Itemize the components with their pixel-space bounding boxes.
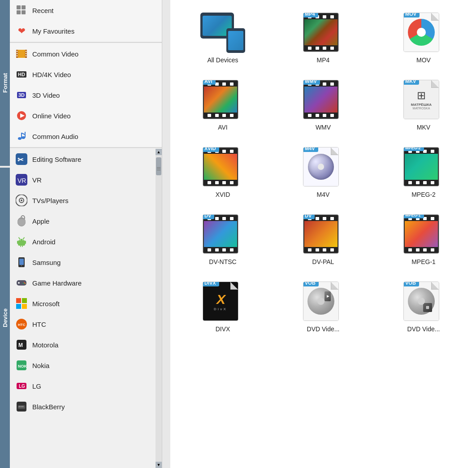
svg-point-42 <box>21 265 22 266</box>
dvd2-badge: VOB <box>403 282 419 286</box>
sidebar-label-android: Android <box>32 238 56 246</box>
film-strip-avi-bottom <box>204 113 237 118</box>
scroll-thumb[interactable] <box>156 157 161 175</box>
svg-rect-10 <box>26 51 26 52</box>
film-content <box>304 19 338 45</box>
format-all-devices[interactable]: All Devices <box>175 9 271 67</box>
format-avi[interactable]: AVI AVI <box>175 76 271 134</box>
sidebar-item-3d-video[interactable]: 3D 3D Video <box>10 85 162 105</box>
sidebar-item-game-hardware[interactable]: Game Hardware <box>10 273 156 293</box>
m4v-badge: M4V <box>303 147 318 152</box>
sidebar-item-android[interactable]: Android <box>10 231 156 252</box>
sidebar-item-tvs[interactable]: TVs/Players <box>10 190 156 211</box>
dv-pal-icon: DV <box>303 214 343 255</box>
sidebar-item-apple[interactable]: Apple <box>10 211 156 231</box>
mp4-thumb <box>303 13 338 52</box>
mpeg1-badge: MPEG-1 <box>403 214 424 218</box>
film-content-xvid <box>204 154 237 180</box>
format-m4v[interactable]: M4V M4V <box>275 143 371 202</box>
svg-rect-3 <box>22 10 26 14</box>
sidebar-label-common-audio: Common Audio <box>32 133 78 140</box>
format-xvid[interactable]: XVID XVID <box>175 143 271 202</box>
svg-point-46 <box>24 282 25 283</box>
format-label-xvid: XVID <box>216 191 230 198</box>
sidebar-item-vr[interactable]: VR VR <box>10 169 156 190</box>
film-content-mpeg1 <box>405 221 438 247</box>
format-label-m4v: M4V <box>317 191 330 198</box>
format-divx[interactable]: DIVX X DivX DIVX <box>175 278 271 336</box>
tabs-column: Format Device <box>0 0 10 468</box>
svg-rect-49 <box>16 298 21 303</box>
sidebar-item-htc[interactable]: HTC HTC <box>10 314 156 334</box>
format-mkv[interactable]: MKV ⊞ МАТРЁШКА MATROSKA MKV <box>376 76 472 134</box>
format-dv-pal[interactable]: DV DV-PAL <box>275 211 371 269</box>
svg-rect-39 <box>22 246 23 247</box>
sidebar-item-microsoft[interactable]: Microsoft <box>10 293 156 314</box>
svg-point-63 <box>19 406 20 407</box>
htc-icon: HTC <box>15 318 28 330</box>
sidebar-item-common-audio[interactable]: Common Audio <box>10 126 162 147</box>
avi-icon: AVI <box>203 80 243 120</box>
svg-rect-1 <box>22 5 26 9</box>
scroll-up-button[interactable]: ▲ <box>156 149 162 155</box>
sidebar-item-hd-video[interactable]: HD HD/4K Video <box>10 64 162 85</box>
format-label-wmv: WMV <box>316 124 331 131</box>
mpeg2-page: MPEG-2 <box>403 147 439 186</box>
nokia-icon: NOK <box>15 359 28 372</box>
sidebar-item-samsung[interactable]: Samsung <box>10 252 156 273</box>
divx-text: DivX <box>214 307 227 311</box>
lg-icon: LG <box>15 380 28 392</box>
format-mpeg1[interactable]: MPEG-1 MPEG-1 <box>376 211 472 269</box>
qt-inner <box>417 28 426 37</box>
format-label-all-devices: All Devices <box>207 56 238 64</box>
dv-ntsc-icon: DV <box>203 214 243 255</box>
format-wmv[interactable]: WMV WMV <box>275 76 371 134</box>
mpeg1-thumb <box>404 215 439 253</box>
divider-1 <box>10 42 162 43</box>
svg-point-18 <box>22 136 25 139</box>
format-mpeg2[interactable]: MPEG-2 MPEG-2 <box>376 143 472 202</box>
scroll-down-button[interactable]: ▼ <box>156 462 162 468</box>
format-mov[interactable]: MOV MOV <box>376 9 472 67</box>
dvd1-badge: VOB <box>303 282 319 286</box>
sidebar-item-lg[interactable]: LG LG <box>10 376 156 396</box>
mpeg2-icon: MPEG-2 <box>403 147 444 187</box>
format-dv-ntsc[interactable]: DV DV-NTSC <box>175 211 271 269</box>
sidebar-item-common-video[interactable]: Common Video <box>10 43 162 64</box>
sidebar-item-favourites[interactable]: ❤ My Favourites <box>10 21 162 41</box>
svg-rect-2 <box>17 10 21 14</box>
format-dvd-2[interactable]: VOB ⊞ DVD Vide... <box>376 278 472 336</box>
sidebar-item-editing-software[interactable]: ✂ Editing Software <box>10 149 156 169</box>
svg-line-17 <box>22 133 25 134</box>
dvd1-page: VOB ▶ <box>303 282 339 321</box>
divx-badge: DIVX <box>203 282 219 286</box>
svg-rect-7 <box>17 51 17 52</box>
sidebar-item-nokia[interactable]: NOK Nokia <box>10 355 156 376</box>
format-dvd-1[interactable]: VOB ▶ DVD Vide... <box>275 278 371 336</box>
motorola-icon: M <box>15 338 28 351</box>
svg-text:VR: VR <box>17 177 26 184</box>
svg-point-65 <box>22 406 24 407</box>
sidebar-item-blackberry[interactable]: BlackBerry <box>10 396 156 417</box>
sidebar-item-recent[interactable]: Recent <box>10 0 162 21</box>
format-mp4[interactable]: MP4 MP4 <box>275 9 371 67</box>
svg-point-33 <box>22 239 23 240</box>
sidebar-item-motorola[interactable]: M Motorola <box>10 334 156 355</box>
svg-point-15 <box>18 137 22 140</box>
tab-device[interactable]: Device <box>0 168 10 468</box>
film-strip-wmv-bottom <box>304 113 338 118</box>
all-devices-icon <box>198 13 247 53</box>
film-icon <box>15 48 28 60</box>
svg-rect-0 <box>17 5 21 9</box>
mp4-icon: MP4 <box>303 13 343 53</box>
dv-pal-badge: DV <box>303 214 315 219</box>
android-icon <box>15 235 28 248</box>
dvd2-center <box>418 298 425 305</box>
3d-icon: 3D <box>15 89 28 101</box>
sidebar-item-online-video[interactable]: Online Video <box>10 105 162 126</box>
film-strip-xvid-bottom <box>204 180 237 185</box>
sidebar-label-hd-video: HD/4K Video <box>32 71 71 78</box>
tab-format[interactable]: Format <box>0 0 10 166</box>
mp4-page: MP4 <box>303 13 339 52</box>
online-icon <box>15 109 28 122</box>
